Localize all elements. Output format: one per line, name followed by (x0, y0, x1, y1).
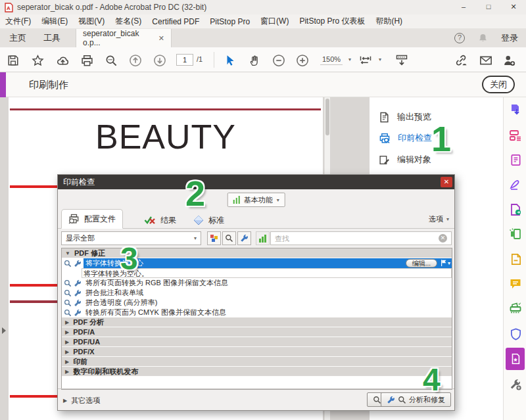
email-icon[interactable] (479, 53, 493, 68)
print-production-active-tile[interactable] (506, 348, 525, 370)
annotation-step-3: 3 (120, 241, 138, 277)
menu-pitstop-dashboard[interactable]: PitStop Pro 仪表板 (294, 16, 370, 27)
tab-standards[interactable]: 标准 (187, 212, 231, 229)
annotation-step-4: 4 (423, 362, 441, 398)
library-dropdown-button[interactable]: 基本功能 ▾ (227, 193, 285, 207)
search-icon[interactable] (104, 53, 118, 68)
tab-close-icon[interactable]: ✕ (158, 34, 164, 43)
dialog-library-strip: 基本功能 ▾ (58, 189, 454, 209)
menu-window[interactable]: 窗口(W) (255, 16, 294, 27)
combine-files-icon[interactable] (508, 227, 523, 241)
organize-pages-icon[interactable] (508, 128, 523, 143)
star-icon[interactable] (30, 53, 45, 68)
tab-document[interactable]: seperator_bicak o.p... ✕ (76, 29, 172, 47)
triangle-right-icon: ▶ (65, 359, 69, 365)
protect-icon[interactable] (508, 327, 523, 341)
magnifier-icon (64, 309, 72, 317)
stamp-icon[interactable] (508, 252, 523, 266)
section-pdf-analysis[interactable]: ▶PDF 分析 (62, 317, 452, 327)
scan-ocr-icon[interactable] (508, 302, 523, 316)
share-with-others-icon[interactable] (502, 53, 516, 68)
help-icon[interactable]: ? (454, 33, 465, 43)
results-tab-icon (144, 216, 156, 225)
profiles-tab-icon (68, 214, 80, 224)
menu-certified-pdf[interactable]: Certified PDF (147, 17, 204, 26)
share-cloud-icon[interactable] (55, 53, 70, 68)
more-tools-icon[interactable] (508, 377, 523, 392)
save-icon[interactable] (6, 53, 20, 68)
print-icon[interactable] (80, 53, 94, 68)
fit-width-icon[interactable] (358, 53, 373, 68)
tab-home[interactable]: 主页 (0, 29, 36, 47)
hand-tool-icon[interactable] (247, 53, 262, 68)
wrench-icon (74, 279, 82, 287)
tab-profiles[interactable]: 配置文件 (61, 209, 123, 229)
section-pdfua[interactable]: ▶PDF/UA (62, 337, 452, 347)
search-input[interactable] (275, 235, 436, 243)
zoom-out-icon[interactable] (272, 53, 286, 68)
share-link-icon[interactable] (454, 53, 468, 68)
wrench-icon (74, 260, 82, 268)
zoom-caret-icon[interactable]: ▾ (348, 57, 351, 62)
page-total-label: /1 (197, 55, 203, 63)
menu-help[interactable]: 帮助(H) (370, 16, 408, 27)
notifications-bell-icon[interactable] (478, 33, 488, 43)
tab-results[interactable]: 结果 (137, 212, 183, 229)
profiles-filter-button[interactable] (207, 231, 221, 245)
menu-view[interactable]: 视图(V) (73, 16, 110, 27)
dialog-titlebar[interactable]: 印前检查 ✕ (58, 175, 454, 189)
menu-edit[interactable]: 编辑(E) (36, 16, 73, 27)
section-pdfa[interactable]: ▶PDF/A (62, 327, 452, 337)
acrobat-window: A seperator_bicak o.pdf - Adobe Acrobat … (0, 0, 526, 420)
create-pdf-icon[interactable] (508, 202, 523, 217)
annotation-step-1: 1 (431, 118, 451, 159)
sign-in-button[interactable]: 登录 (501, 32, 518, 44)
next-page-icon[interactable] (153, 53, 167, 68)
edit-button[interactable]: 编辑... (406, 259, 437, 268)
close-window-button[interactable]: ✕ (501, 0, 526, 14)
svg-text:A: A (7, 5, 11, 11)
options-menu-button[interactable]: 选项 ▾ (429, 214, 449, 224)
clear-search-icon[interactable]: ✕ (439, 234, 447, 243)
other-options-toggle[interactable]: ▶ 其它选项 (63, 396, 100, 406)
profile-row[interactable]: 转换所有页面为 CMYK 图像并保留文本信息 (62, 308, 452, 317)
section-prepress[interactable]: ▶印前 (62, 357, 452, 367)
hide-toolbar-icon[interactable] (394, 53, 409, 68)
section-digital-publishing[interactable]: ▶数字印刷和联机发布 (62, 367, 452, 377)
profile-row[interactable]: 拼合批注和表单域 (62, 288, 452, 298)
close-tool-button[interactable]: 关闭 (482, 76, 515, 93)
fixups-filter-button[interactable] (237, 231, 251, 245)
selected-profile-bar[interactable]: 将字体转换为空心 编辑... ▾ (84, 258, 452, 268)
minimize-button[interactable]: – (451, 0, 476, 14)
page-number-input[interactable] (176, 54, 193, 66)
dialog-close-icon[interactable]: ✕ (441, 177, 452, 187)
library-caret-icon: ▾ (277, 197, 279, 203)
menu-pitstop-pro[interactable]: PitStop Pro (204, 17, 255, 26)
previous-page-icon[interactable] (128, 53, 143, 68)
tab-tools[interactable]: 工具 (34, 29, 70, 47)
magnifier-icon (64, 279, 72, 287)
zoom-level-value[interactable]: 150% (320, 55, 343, 65)
nav-pane-toggle-icon[interactable] (2, 327, 6, 334)
zoom-in-icon[interactable] (295, 53, 310, 68)
comment-icon[interactable] (508, 277, 523, 291)
favorite-flag-icon[interactable]: ▾ (440, 259, 450, 267)
section-pdfx[interactable]: ▶PDF/X (62, 347, 452, 357)
maximize-button[interactable]: □ (476, 0, 501, 14)
profile-row[interactable]: 拼合透明度 (高分辨率) (62, 298, 452, 308)
checks-filter-button[interactable] (222, 231, 236, 245)
triangle-down-icon: ▼ (65, 250, 70, 256)
profile-row[interactable]: 将所有页面转换为 RGB 图像并保留文本信息 (62, 278, 452, 288)
library-bars-button[interactable] (256, 231, 270, 245)
select-tool-icon[interactable] (223, 53, 237, 68)
wrench-icon (74, 289, 82, 297)
export-pdf-icon[interactable] (508, 103, 523, 117)
menu-sign[interactable]: 签名(S) (110, 16, 147, 27)
edit-pdf-icon[interactable] (508, 152, 523, 167)
fit-width-caret-icon[interactable]: ▾ (379, 57, 381, 62)
menu-file[interactable]: 文件(F) (0, 16, 36, 27)
scrollbar-thumb[interactable] (325, 99, 329, 135)
fill-sign-icon[interactable] (508, 177, 523, 192)
options-caret-icon: ▾ (446, 216, 449, 222)
window-titlebar: A seperator_bicak o.pdf - Adobe Acrobat … (0, 0, 526, 14)
